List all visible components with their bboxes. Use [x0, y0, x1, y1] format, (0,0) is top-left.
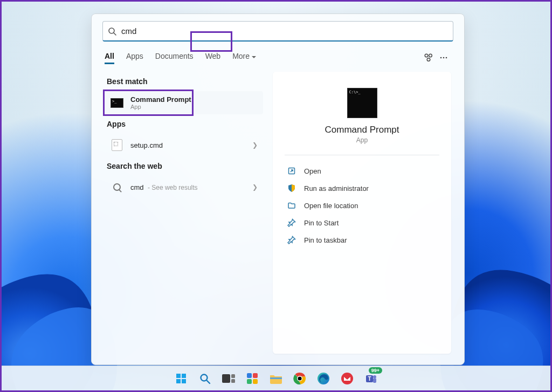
taskbar-search-icon[interactable] [195, 368, 215, 389]
svg-line-14 [206, 380, 210, 383]
result-command-prompt[interactable]: Command Prompt App [105, 91, 263, 114]
svg-rect-16 [231, 374, 235, 378]
svg-point-30 [373, 375, 376, 379]
preview-subtitle: App [356, 136, 368, 144]
tab-documents[interactable]: Documents [155, 52, 194, 64]
cmd-file-icon [110, 138, 124, 152]
filter-row: All Apps Documents Web More [105, 50, 451, 65]
search-icon [103, 27, 121, 36]
folder-icon [287, 201, 296, 210]
command-prompt-icon [110, 96, 124, 110]
more-options-icon[interactable] [436, 50, 451, 65]
result-web-search[interactable]: cmd - See web results ❯ [105, 176, 263, 198]
action-pin-to-start[interactable]: Pin to Start [285, 215, 439, 231]
action-pin-to-taskbar[interactable]: Pin to taskbar [285, 232, 439, 248]
result-subtitle: App [130, 104, 258, 110]
svg-rect-15 [222, 374, 230, 383]
svg-point-2 [425, 54, 428, 57]
best-match-heading: Best match [107, 77, 263, 86]
taskbar-explorer-icon[interactable] [266, 368, 286, 389]
svg-rect-12 [182, 379, 186, 383]
result-title: cmd - See web results [130, 183, 246, 191]
tab-apps[interactable]: Apps [126, 52, 143, 64]
svg-point-27 [341, 373, 353, 384]
web-suffix: - See web results [146, 184, 198, 191]
svg-rect-20 [247, 379, 252, 384]
filter-tabs: All Apps Documents Web More [105, 52, 256, 64]
taskbar-edge-icon[interactable] [313, 368, 334, 389]
chevron-right-icon: ❯ [252, 183, 258, 191]
result-title: setup.cmd [130, 141, 246, 149]
svg-rect-17 [231, 379, 235, 383]
svg-point-3 [429, 54, 432, 57]
taskbar-teams-icon[interactable]: T 99+ [361, 368, 381, 389]
svg-point-25 [298, 376, 301, 380]
search-input[interactable] [121, 26, 453, 36]
taskbar-start-icon[interactable] [171, 368, 191, 389]
taskbar-taskview-icon[interactable] [218, 368, 239, 389]
taskbar: T 99+ [2, 366, 550, 390]
preview-title: Command Prompt [325, 125, 399, 135]
svg-rect-22 [270, 377, 282, 379]
preview-pane: Command Prompt App Open Run as administr… [273, 72, 451, 354]
action-run-as-admin[interactable]: Run as administrator [285, 180, 439, 196]
svg-rect-11 [176, 379, 181, 383]
start-search-panel: All Apps Documents Web More Best match C… [91, 13, 465, 365]
svg-rect-18 [247, 373, 252, 378]
search-box[interactable] [102, 21, 453, 42]
shield-icon [287, 183, 296, 193]
chevron-right-icon: ❯ [252, 141, 258, 149]
tab-all[interactable]: All [105, 52, 114, 64]
search-icon [110, 180, 124, 194]
result-title: Command Prompt [130, 95, 258, 104]
svg-line-1 [114, 33, 116, 35]
svg-text:T: T [368, 376, 371, 382]
search-web-heading: Search the web [107, 162, 263, 170]
svg-point-6 [443, 57, 445, 59]
taskbar-chrome-icon[interactable] [289, 368, 310, 389]
results-column: Best match Command Prompt App Apps setup… [105, 72, 263, 354]
search-settings-icon[interactable] [421, 50, 436, 65]
tab-more[interactable]: More [232, 52, 256, 64]
action-label: Open [304, 167, 321, 175]
taskbar-mail-icon[interactable] [337, 368, 357, 389]
open-icon [287, 166, 296, 176]
preview-app-icon [347, 88, 377, 118]
action-label: Run as administrator [304, 184, 369, 192]
tab-web[interactable]: Web [205, 52, 221, 64]
svg-rect-19 [253, 373, 258, 378]
svg-point-5 [440, 57, 442, 59]
action-label: Pin to Start [304, 219, 339, 227]
taskbar-widgets-icon[interactable] [242, 368, 263, 389]
result-setup-cmd[interactable]: setup.cmd ❯ [105, 134, 263, 156]
action-open[interactable]: Open [285, 163, 439, 179]
svg-point-4 [427, 58, 430, 61]
taskbar-badge: 99+ [369, 367, 382, 374]
pin-icon [287, 235, 296, 245]
svg-point-7 [446, 57, 447, 59]
apps-heading: Apps [107, 120, 263, 128]
action-label: Pin to taskbar [304, 236, 347, 244]
svg-rect-21 [253, 379, 258, 384]
action-label: Open file location [304, 202, 358, 210]
svg-rect-9 [176, 374, 181, 378]
web-query: cmd [130, 183, 144, 191]
pin-icon [287, 218, 296, 228]
preview-actions: Open Run as administrator Open file loca… [285, 163, 439, 248]
action-open-file-location[interactable]: Open file location [285, 197, 439, 214]
svg-rect-10 [182, 374, 186, 378]
